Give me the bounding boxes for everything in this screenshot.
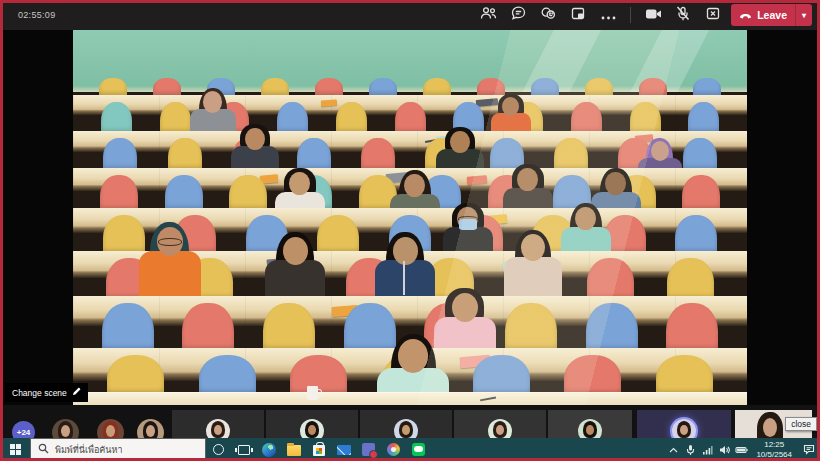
student-figure [136,222,204,305]
controls-divider [630,7,631,23]
head [393,237,418,265]
chair [182,303,234,351]
more-actions-button[interactable] [596,4,620,26]
participant-tile[interactable] [454,410,546,438]
network-icon[interactable] [699,445,716,455]
taskbar-app-microsoft-store[interactable] [306,438,331,461]
chair [675,215,717,254]
action-center-icon[interactable] [798,444,820,455]
chair [473,355,530,395]
chair [168,138,202,171]
desktop-screen: 02:55:09 [0,0,820,461]
chair [554,138,588,171]
chevron-down-icon: ▾ [802,11,806,20]
chair [682,175,720,211]
leave-options-chevron[interactable]: ▾ [796,11,812,20]
chair [586,303,638,351]
close-tooltip: close [785,417,817,431]
taskbar-app-cortana[interactable] [206,438,231,461]
student-figure [373,232,438,305]
head [283,237,308,265]
together-mode-stage: Change scene [0,30,820,405]
chair [199,355,256,395]
microphone-tray-icon[interactable] [682,444,699,456]
lanyard [403,261,405,295]
volume-icon[interactable] [716,445,733,455]
taskbar-clock[interactable]: 12:25 10/5/2564 [750,440,798,460]
leave-button-label: Leave [757,9,787,21]
taskbar-app-edge[interactable] [256,438,281,461]
microsoft-store-icon [313,445,325,456]
overflow-participants-badge[interactable]: +24 [12,421,35,438]
search-placeholder: พิมพ์ที่นี่เพื่อค้นหา [55,443,122,457]
participant-tile[interactable] [172,410,264,438]
change-scene-label: Change scene [12,388,67,398]
taskbar-app-teams[interactable] [356,438,381,461]
microphone-button[interactable] [671,4,695,26]
participant-filmstrip: +24 close [0,405,820,438]
participant-tile[interactable] [637,410,731,438]
coffee-mug [307,386,318,400]
chair [564,355,621,395]
self-video-face [763,418,777,437]
windows-logo-icon [10,444,21,455]
reactions-button[interactable] [536,4,560,26]
task-view-icon [238,445,250,455]
chair [107,355,164,395]
chair [571,102,602,134]
change-scene-button[interactable]: Change scene [5,383,88,402]
participant-avatar [394,419,418,438]
chair [688,102,719,134]
taskbar-app-task-view[interactable] [231,438,256,461]
participant-avatar [206,419,230,438]
participant-tile[interactable] [266,410,358,438]
camera-on-icon [645,6,662,24]
chair [683,138,717,171]
search-icon [38,443,49,456]
auditorium-scene [73,30,747,405]
chair [587,258,634,300]
start-button[interactable] [0,438,30,461]
camera-button[interactable] [641,4,665,26]
breakout-rooms-button[interactable] [566,4,590,26]
participant-avatar [300,419,324,438]
chair [263,303,315,351]
chair [667,258,714,300]
participant-video-circle[interactable] [52,419,79,438]
glasses [158,238,183,246]
participant-avatar [672,419,696,438]
participant-video-circle[interactable] [137,419,164,438]
edge-icon [262,443,276,457]
chair [395,102,426,134]
taskbar-search-input[interactable]: พิมพ์ที่นี่เพื่อค้นหา [30,438,206,461]
call-controls: Leave ▾ [476,4,812,26]
hidden-icons-chevron[interactable] [665,447,682,453]
stop-sharing-button[interactable] [701,4,725,26]
chair [229,175,267,211]
leave-button[interactable]: Leave ▾ [731,4,812,26]
battery-icon[interactable] [733,446,750,454]
taskbar-app-paint-3d[interactable] [381,438,406,461]
participant-tile[interactable] [548,410,632,438]
chair [666,303,718,351]
meeting-control-bar: 02:55:09 [0,0,820,30]
participant-video-circle[interactable] [97,419,124,438]
student-figure [374,334,452,401]
file-explorer-icon [287,445,301,456]
participants-button[interactable] [476,4,500,26]
taskbar-app-line[interactable] [406,438,431,461]
participant-tile[interactable] [360,410,452,438]
head [450,131,470,153]
breakout-rooms-icon [571,6,585,24]
head [521,234,545,261]
chair [361,138,395,171]
chat-button[interactable] [506,4,530,26]
chair [160,102,191,134]
windows-taskbar: พิมพ์ที่นี่เพื่อค้นหา 12:25 10/5/2564 [0,438,820,461]
stop-sharing-icon [706,6,720,24]
taskbar-app-mail[interactable] [331,438,356,461]
taskbar-app-file-explorer[interactable] [281,438,306,461]
chair [630,102,661,134]
chair [297,138,331,171]
hang-up-icon [739,9,752,21]
